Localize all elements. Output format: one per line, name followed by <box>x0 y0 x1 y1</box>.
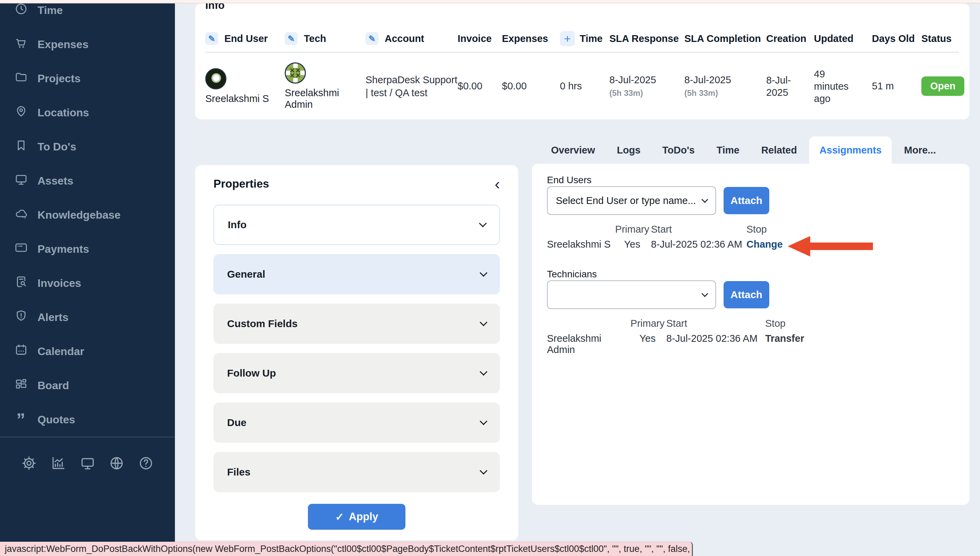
sidebar-item-label: Alerts <box>37 311 69 324</box>
header-divider <box>205 52 959 53</box>
sidebar-item-label: To Do's <box>37 141 76 153</box>
accordion-info[interactable]: Info <box>213 205 500 245</box>
end-users-label: End Users <box>547 175 592 186</box>
app-window: Time Expenses Projects Locations To Do's <box>0 0 980 556</box>
column-label: Tech <box>304 33 326 44</box>
edit-tech-icon[interactable]: ✎ <box>285 32 298 45</box>
properties-title: Properties <box>213 177 269 190</box>
collapse-panel-icon[interactable]: ‹ <box>495 178 500 190</box>
monitor-icon <box>15 173 28 189</box>
start-value: 8-Jul-2025 02:36 AM <box>651 239 746 250</box>
creation-value: 8-Jul-2025 <box>766 74 804 99</box>
accordion-due[interactable]: Due <box>213 402 500 443</box>
sidebar-item-payments[interactable]: Payments <box>0 232 175 266</box>
end-user-name: Sreelakshmi S <box>205 93 269 104</box>
technician-select[interactable] <box>547 280 716 309</box>
column-label: Expenses <box>502 33 548 44</box>
column-label: SLA Completion <box>684 33 761 44</box>
reports-chart-icon[interactable] <box>50 455 66 472</box>
tech-avatar[interactable]: ✕✕✕✕ <box>285 62 306 84</box>
start-header: Start <box>666 318 765 329</box>
accordion-general[interactable]: General <box>213 254 500 294</box>
tab-assignments[interactable]: Assignments <box>809 136 892 164</box>
ticket-summary-card: Info ✎ End User ✎ Tech ✎ Account Invoice… <box>195 3 969 120</box>
credit-card-icon <box>15 241 28 257</box>
sidebar-item-label: Knowledgebase <box>37 209 121 221</box>
map-pin-icon <box>15 104 28 121</box>
browser-status-bar: javascript:WebForm_DoPostBackWithOptions… <box>0 541 693 556</box>
accordion-files[interactable]: Files <box>213 452 500 492</box>
transfer-link[interactable]: Transfer <box>765 333 820 356</box>
technicians-table-header: Primary Start Stop <box>547 318 820 329</box>
start-header: Start <box>651 224 746 235</box>
sidebar-item-calendar[interactable]: Calendar <box>0 334 175 369</box>
help-icon[interactable] <box>138 455 154 472</box>
tab-logs[interactable]: Logs <box>617 136 640 164</box>
expenses-value: $0.00 <box>502 81 527 92</box>
tab-time[interactable]: Time <box>716 136 739 164</box>
status-badge[interactable]: Open <box>921 76 964 96</box>
primary-value: Yes <box>629 333 666 356</box>
apply-button[interactable]: ✓ Apply <box>308 504 405 530</box>
devices-monitor-icon[interactable] <box>80 455 95 472</box>
chevron-down-icon <box>480 368 488 376</box>
folder-icon <box>15 70 28 87</box>
check-icon: ✓ <box>335 511 344 523</box>
cloud-icon <box>15 207 28 223</box>
assignments-panel: End Users Select End User or type name..… <box>532 164 969 505</box>
accordion-label: Files <box>227 466 250 478</box>
status-bar-text: javascript:WebForm_DoPostBackWithOptions… <box>5 544 693 554</box>
accordion-custom-fields[interactable]: Custom Fields <box>213 304 500 344</box>
sidebar-item-alerts[interactable]: Alerts <box>0 300 175 334</box>
end-user-select[interactable]: Select End User or type name... <box>547 186 716 215</box>
sidebar-item-assets[interactable]: Assets <box>0 164 175 198</box>
cart-icon <box>15 36 28 53</box>
accordion-follow-up[interactable]: Follow Up <box>213 353 500 393</box>
sidebar-item-knowledgebase[interactable]: Knowledgebase <box>0 198 175 232</box>
chevron-down-icon <box>480 318 488 326</box>
edit-account-icon[interactable]: ✎ <box>366 32 379 45</box>
sla-completion-detail: (5h 33m) <box>684 88 718 98</box>
tab-related[interactable]: Related <box>761 136 797 164</box>
tab-more[interactable]: More... <box>904 136 936 164</box>
tech-avatar-pattern: ✕✕✕✕ <box>290 68 301 78</box>
column-label: Status <box>921 33 952 44</box>
chevron-down-icon <box>480 269 488 277</box>
primary-header: Primary <box>629 318 666 329</box>
accordion-label: Due <box>227 417 247 428</box>
column-label: Updated <box>814 33 854 44</box>
edit-end-user-icon[interactable]: ✎ <box>205 32 218 45</box>
ticket-table-header: ✎ End User ✎ Tech ✎ Account Invoice Expe… <box>205 28 959 49</box>
chevron-down-icon <box>480 417 488 425</box>
settings-gear-icon[interactable] <box>21 455 37 472</box>
attach-technician-button[interactable]: Attach <box>724 281 769 308</box>
sidebar-item-board[interactable]: Board <box>0 369 175 402</box>
end-user-select-value: Select End User or type name... <box>556 195 696 206</box>
chevron-down-icon <box>701 196 708 203</box>
stop-header: Stop <box>746 224 806 235</box>
sidebar-item-todos[interactable]: To Do's <box>0 129 175 164</box>
column-label: Invoice <box>458 33 492 44</box>
tab-overview[interactable]: Overview <box>551 136 595 164</box>
accordion-label: Custom Fields <box>227 318 298 330</box>
sidebar-item-invoices[interactable]: Invoices <box>0 266 175 300</box>
sidebar-item-time[interactable]: Time <box>0 3 175 27</box>
column-label: SLA Response <box>609 33 679 44</box>
sidebar-item-locations[interactable]: Locations <box>0 95 175 129</box>
column-label: Days Old <box>872 33 915 44</box>
add-time-icon[interactable]: + <box>560 31 575 46</box>
tab-todos[interactable]: ToDo's <box>662 136 695 164</box>
accordion-label: Follow Up <box>227 367 276 379</box>
end-user-avatar[interactable] <box>205 68 226 89</box>
arrow-head <box>788 236 810 257</box>
globe-icon[interactable] <box>109 455 124 472</box>
sidebar-item-expenses[interactable]: Expenses <box>0 27 175 61</box>
column-label: Account <box>385 33 424 44</box>
sla-response-date: 8-Jul-2025 <box>609 74 656 86</box>
sidebar-item-label: Locations <box>37 107 89 119</box>
attach-end-user-button[interactable]: Attach <box>724 187 769 214</box>
sidebar-item-quotes[interactable]: ” Quotes <box>0 402 175 436</box>
chevron-down-icon <box>480 467 488 475</box>
sidebar-item-projects[interactable]: Projects <box>0 61 175 95</box>
sidebar-item-label: Assets <box>37 175 73 187</box>
